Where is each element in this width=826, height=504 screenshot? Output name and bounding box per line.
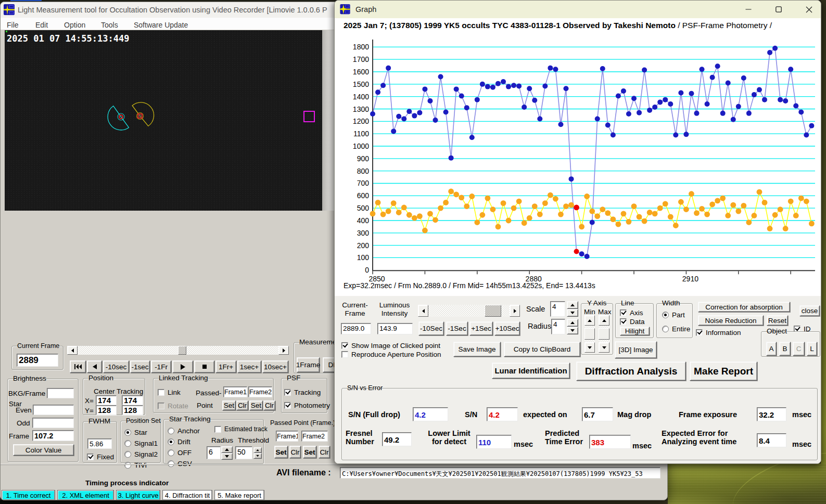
st-threshold-field[interactable]: 50 bbox=[235, 446, 252, 459]
frame-brightness-field[interactable]: 107.2 bbox=[32, 430, 74, 441]
stop-button[interactable] bbox=[194, 360, 214, 373]
pp-frame2-field[interactable]: Frame2 bbox=[301, 431, 328, 442]
fresnel-field[interactable]: 49.2 bbox=[382, 432, 412, 446]
ps-star-radio[interactable] bbox=[124, 429, 131, 436]
frame-scroll-left[interactable] bbox=[418, 305, 428, 317]
plus1sec-button[interactable]: 1sec+ bbox=[237, 360, 261, 373]
psf-photometry-checkbox[interactable] bbox=[284, 402, 291, 409]
psf-tracking-checkbox[interactable] bbox=[284, 389, 291, 396]
y-center-field[interactable]: 128 bbox=[96, 405, 117, 415]
light-curve-chart[interactable]: 2025 Jan 7; (137805) 1999 YK5 occults TY… bbox=[335, 18, 821, 296]
frame-scrollbar[interactable] bbox=[418, 305, 520, 317]
scrollbar-track[interactable] bbox=[78, 346, 278, 355]
fwhm-field[interactable]: 5.86 bbox=[87, 438, 112, 449]
entire-radio[interactable] bbox=[662, 326, 669, 332]
save-image-button[interactable]: Save Image bbox=[453, 342, 501, 357]
st-off-radio[interactable] bbox=[168, 449, 174, 456]
diffraction-analysis-button[interactable]: Diffraction Analysis bbox=[576, 361, 686, 381]
bkg-frame-field[interactable] bbox=[47, 388, 74, 398]
object-b-button[interactable]: B bbox=[779, 342, 791, 356]
st-radius-spinner[interactable] bbox=[221, 446, 233, 460]
ps-signal1-row[interactable]: Signal1 bbox=[124, 440, 158, 447]
st-threshold-spinner[interactable] bbox=[253, 447, 262, 459]
x-tracking-field[interactable]: 174 bbox=[122, 395, 143, 405]
gc-luminous-field[interactable]: 143.9 bbox=[377, 323, 413, 334]
scale-down-button[interactable] bbox=[567, 309, 578, 317]
minimize-button[interactable] bbox=[737, 1, 760, 18]
min-thumb[interactable] bbox=[584, 328, 595, 340]
show-image-checkbox[interactable] bbox=[341, 342, 348, 349]
st-radius-field[interactable]: 6 bbox=[207, 446, 221, 459]
radius-spinner[interactable] bbox=[567, 319, 578, 334]
ps-signal2-row[interactable]: Signal2 bbox=[124, 450, 158, 458]
plus1frame-button[interactable]: 1Fr+ bbox=[215, 360, 236, 373]
gc-minus10sec-button[interactable]: -10Sec bbox=[418, 321, 444, 335]
x-center-field[interactable]: 174 bbox=[96, 395, 117, 405]
menu-file[interactable]: File bbox=[7, 21, 19, 29]
video-frame[interactable]: 2025 01 07 14:55:13:449 bbox=[5, 30, 322, 211]
pp-frame1-field[interactable]: Frame1 bbox=[276, 431, 298, 442]
st-drift-row[interactable]: Drift bbox=[168, 438, 190, 446]
menu-option[interactable]: Option bbox=[64, 21, 85, 29]
lt-set1-button[interactable]: Set bbox=[222, 400, 236, 410]
information-row[interactable]: Information bbox=[696, 329, 741, 337]
minus1frame-button[interactable]: -1Fr bbox=[151, 360, 171, 373]
scroll-left-button[interactable] bbox=[67, 346, 78, 355]
star-even-field[interactable] bbox=[33, 405, 74, 415]
max-track[interactable] bbox=[599, 326, 609, 342]
information-checkbox[interactable] bbox=[696, 329, 703, 336]
frame-scroll-right[interactable] bbox=[510, 305, 520, 317]
image-3d-button[interactable]: [3D] Image bbox=[615, 341, 657, 358]
min-track[interactable] bbox=[584, 326, 595, 342]
part-radio[interactable] bbox=[662, 312, 669, 318]
pp-set1-button[interactable]: Set bbox=[274, 446, 288, 458]
line-data-row[interactable]: Data bbox=[620, 318, 645, 326]
lower-limit-field[interactable]: 110 bbox=[476, 435, 512, 449]
line-axis-row[interactable]: Axis bbox=[620, 309, 643, 317]
radius-up-button[interactable] bbox=[221, 446, 233, 453]
minus1sec-button[interactable]: -1sec bbox=[130, 360, 150, 373]
close-graph-button[interactable]: close bbox=[799, 305, 820, 316]
scale-up-button[interactable] bbox=[567, 301, 578, 309]
frame-scroll-thumb[interactable] bbox=[485, 305, 501, 317]
close-button[interactable] bbox=[797, 1, 820, 18]
play-button[interactable] bbox=[172, 360, 193, 373]
psf-photometry-row[interactable]: Photometry bbox=[284, 402, 330, 409]
threshold-up-button[interactable] bbox=[253, 447, 262, 453]
scroll-right-button[interactable] bbox=[278, 346, 289, 355]
max-down-button[interactable] bbox=[599, 342, 609, 353]
data-checkbox[interactable] bbox=[620, 318, 627, 325]
jump-start-button[interactable] bbox=[70, 360, 86, 373]
frame-scroll-track[interactable] bbox=[428, 305, 510, 317]
yaxis-max-scrollbar[interactable] bbox=[599, 315, 609, 353]
st-anchor-radio[interactable] bbox=[168, 428, 174, 434]
reset-button[interactable]: Reset bbox=[767, 315, 788, 326]
scrollbar-thumb[interactable] bbox=[178, 346, 186, 355]
min-up-button[interactable] bbox=[584, 315, 595, 326]
color-value-button[interactable]: Color Value bbox=[13, 444, 74, 456]
gc-plus1sec-button[interactable]: +1Sec bbox=[469, 321, 493, 335]
graph-title-bar[interactable]: Graph bbox=[335, 1, 821, 18]
ps-signal2-radio[interactable] bbox=[124, 451, 131, 458]
object-a-button[interactable]: A bbox=[766, 342, 777, 356]
noise-reduction-button[interactable]: Noise Reduction bbox=[698, 315, 764, 326]
video-position-scrollbar[interactable] bbox=[67, 346, 289, 355]
fixed-checkbox[interactable] bbox=[87, 454, 94, 460]
radius-field[interactable]: 4 bbox=[551, 319, 565, 334]
menu-software-update[interactable]: Software Update bbox=[134, 21, 188, 29]
ps-signal1-radio[interactable] bbox=[124, 440, 131, 447]
predicted-field[interactable]: 383 bbox=[589, 435, 631, 449]
timing-step-4[interactable]: 4. Diffraction tit bbox=[162, 490, 212, 500]
st-drift-radio[interactable] bbox=[168, 438, 174, 445]
ps-star-row[interactable]: Star bbox=[124, 429, 147, 436]
menu-tools[interactable]: Tools bbox=[101, 21, 118, 29]
pp-set2-button[interactable]: Set bbox=[303, 446, 316, 458]
correction-button[interactable]: Correction for absorption bbox=[698, 302, 790, 312]
ps-tivi-radio[interactable] bbox=[124, 462, 131, 469]
measure-1frame-button[interactable]: 1Frame bbox=[297, 357, 320, 372]
link-checkbox-row[interactable]: Link bbox=[158, 389, 181, 396]
radius-down-button[interactable] bbox=[221, 453, 233, 460]
lt-set2-button[interactable]: Set bbox=[249, 400, 263, 410]
rotate-checkbox-row[interactable]: Rotate bbox=[158, 402, 188, 410]
lt-frame1-field[interactable]: Frame1 bbox=[223, 386, 247, 397]
